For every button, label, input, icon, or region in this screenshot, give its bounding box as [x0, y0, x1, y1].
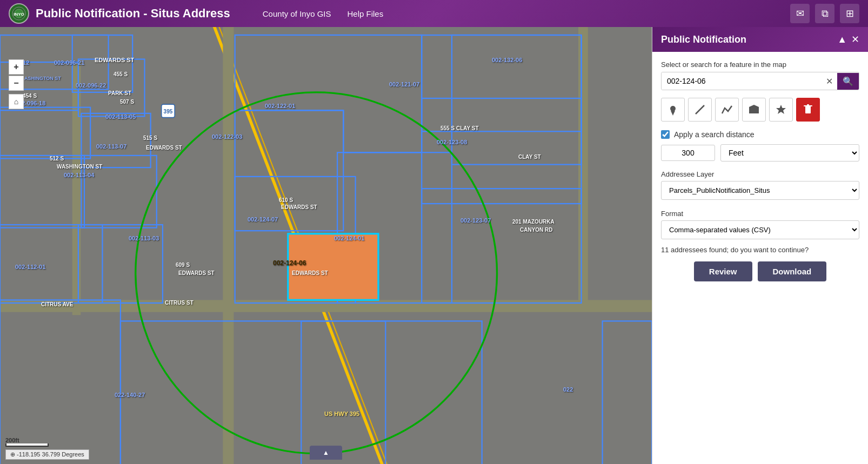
- coordinates-icon: ⊕: [10, 451, 17, 458]
- svg-point-37: [670, 106, 676, 111]
- svg-rect-10: [72, 62, 81, 315]
- polyline-tool-btn[interactable]: [715, 98, 739, 122]
- label-ashington: ASHINGTON ST: [24, 76, 61, 81]
- header-icons: ✉ ⧉ ⊞: [790, 4, 859, 23]
- app-logo: INYO: [9, 3, 29, 24]
- label-555s-clay: 555 S CLAY ST: [440, 125, 479, 131]
- label-132-06: 002-132-06: [492, 57, 522, 63]
- svg-rect-42: [805, 106, 811, 113]
- label-096-21: 002-096-21: [54, 59, 84, 66]
- coordinates-text: -118.195 36.799 Degrees: [17, 451, 84, 458]
- distance-value-input[interactable]: [661, 145, 715, 161]
- header-nav: County of Inyo GIS Help Files: [263, 9, 383, 18]
- panel-close-btn[interactable]: ✕: [851, 33, 859, 45]
- addressee-layer-label: Addressee Layer: [661, 170, 859, 178]
- svg-rect-8: [0, 300, 652, 312]
- label-124-07: 002-124-07: [248, 216, 278, 223]
- svg-rect-7: [223, 27, 233, 464]
- apply-distance-checkbox[interactable]: [661, 130, 670, 139]
- distance-row: Feet Meters Miles: [661, 144, 859, 162]
- svg-line-39: [696, 105, 704, 114]
- coordinates-display: ⊕ -118.195 36.799 Degrees: [5, 449, 89, 460]
- label-edwards-st-top: EDWARDS ST: [95, 57, 134, 63]
- label-park: PARK ST: [108, 90, 131, 96]
- label-609s: 609 S: [176, 262, 190, 268]
- delete-tool-btn[interactable]: [796, 98, 820, 122]
- label-citrus-ave: CITRUS AVE: [41, 301, 73, 307]
- email-icon-btn[interactable]: ✉: [790, 4, 810, 23]
- label-122-03: 002-122-03: [212, 133, 242, 140]
- label-edwards5: EDWARDS ST: [178, 270, 215, 276]
- search-input[interactable]: [662, 72, 822, 90]
- panel-title: Public Notification: [661, 34, 746, 45]
- main-area: 395 096-12 002-096-21 EDWARDS ST 002-122…: [0, 27, 868, 464]
- home-btn[interactable]: ⌂: [9, 94, 24, 109]
- app-title: Public Notification - Situs Address: [36, 6, 230, 21]
- map-controls: + − ⌂: [9, 59, 24, 109]
- panel-collapse-btn[interactable]: ▲: [837, 33, 847, 45]
- grid-icon-btn[interactable]: ⊞: [840, 4, 859, 23]
- label-121-07: 002-121-07: [389, 81, 419, 88]
- svg-rect-44: [807, 104, 809, 106]
- label-140-27: 022-140-27: [115, 392, 145, 398]
- search-clear-btn[interactable]: ✕: [822, 73, 837, 90]
- point-tool-btn[interactable]: [661, 98, 685, 122]
- label-113-07: 002-113-07: [96, 143, 126, 150]
- scale-line: [5, 443, 49, 447]
- search-go-btn[interactable]: 🔍: [837, 73, 859, 90]
- label-512s: 512 S: [50, 156, 64, 162]
- star-tool-btn[interactable]: [769, 98, 793, 122]
- status-message: 11 addressees found; do you want to cont…: [661, 246, 859, 254]
- label-123-07: 002-123-07: [460, 217, 491, 224]
- scale-label: 200ft: [5, 437, 19, 443]
- format-select[interactable]: Comma-separated values (CSV) Excel (XLSX…: [661, 220, 859, 239]
- apply-distance-label: Apply a search distance: [674, 130, 755, 139]
- label-canyon-rd: CANYON RD: [520, 227, 553, 233]
- label-edwards3: EDWARDS ST: [281, 204, 317, 210]
- label-113-04: 002-113-04: [64, 172, 94, 178]
- public-notification-panel: Public Notification ▲ ✕ Select or search…: [652, 27, 868, 464]
- label-515s: 515 S: [143, 135, 157, 141]
- panel-body: Select or search for a feature in the ma…: [652, 52, 868, 464]
- scale-bar: 200ft: [5, 437, 49, 447]
- zoom-in-btn[interactable]: +: [9, 59, 24, 75]
- label-clay: CLAY ST: [518, 154, 541, 160]
- map-container[interactable]: 395 096-12 002-096-21 EDWARDS ST 002-122…: [0, 27, 652, 464]
- expand-panel-btn[interactable]: ▲: [310, 446, 342, 460]
- search-row: ✕ 🔍: [661, 72, 859, 90]
- action-buttons: Review Download: [661, 261, 859, 281]
- label-096-22: 002-096-22: [76, 82, 106, 89]
- layers-icon-btn[interactable]: ⧉: [815, 4, 834, 23]
- polygon-tool-btn[interactable]: [742, 98, 766, 122]
- svg-text:INYO: INYO: [14, 12, 24, 17]
- app-header: INYO Public Notification - Situs Address…: [0, 0, 868, 27]
- line-tool-btn[interactable]: [688, 98, 712, 122]
- nav-help[interactable]: Help Files: [348, 9, 384, 18]
- label-citrus-st: CITRUS ST: [165, 300, 193, 306]
- label-122-01: 002-122-01: [265, 103, 295, 109]
- zoom-out-btn[interactable]: −: [9, 76, 24, 91]
- nav-gis[interactable]: County of Inyo GIS: [263, 9, 331, 18]
- label-123-08: 002-123-08: [437, 139, 467, 145]
- label-022: 022: [563, 386, 573, 393]
- format-label: Format: [661, 210, 859, 218]
- distance-unit-select[interactable]: Feet Meters Miles: [720, 144, 859, 162]
- label-124-06: 002-124-06: [273, 259, 306, 267]
- download-button[interactable]: Download: [758, 261, 827, 281]
- svg-marker-41: [776, 105, 786, 114]
- panel-header: Public Notification ▲ ✕: [652, 27, 868, 52]
- label-124-01: 002-124-01: [334, 235, 364, 241]
- label-455s: 455 S: [113, 71, 128, 77]
- svg-marker-40: [749, 105, 759, 113]
- review-button[interactable]: Review: [694, 261, 752, 281]
- label-507s: 507 S: [120, 99, 134, 105]
- apply-distance-row: Apply a search distance: [661, 130, 859, 139]
- addressee-layer-select[interactable]: Parcels_PublicNotification_Situs Parcels…: [661, 181, 859, 200]
- label-113-05: 002-113-05: [105, 113, 136, 120]
- label-201-maz: 201 MAZOURKA: [512, 219, 555, 225]
- label-edwards2: EDWARDS ST: [146, 145, 182, 151]
- label-112-01: 002-112-01: [15, 264, 45, 270]
- drawing-tools: [661, 98, 859, 122]
- svg-text:395: 395: [164, 109, 173, 115]
- label-washington: WASHINGTON ST: [57, 164, 102, 170]
